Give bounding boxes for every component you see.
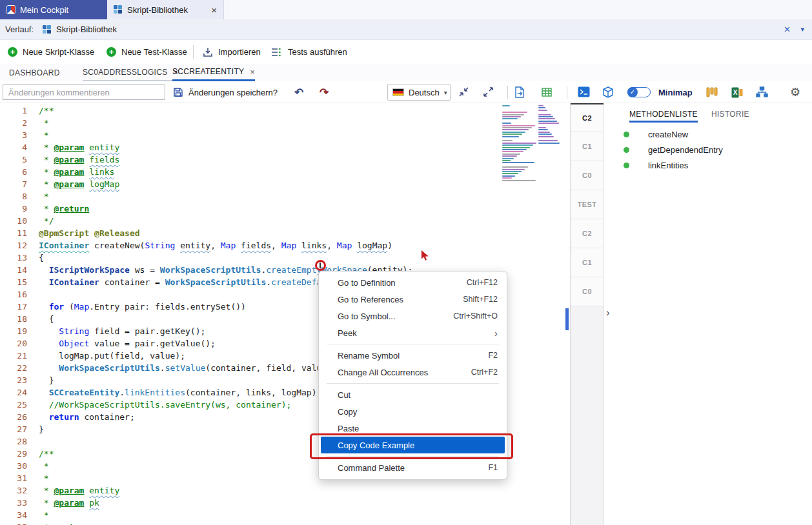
menu-item-rename-symbol[interactable]: Rename SymbolF2: [319, 347, 507, 364]
gear-icon[interactable]: ⚙: [790, 81, 800, 103]
menu-item-copy-code-example[interactable]: Copy Code Example: [321, 437, 505, 453]
compare-button-c0-6[interactable]: C0: [571, 277, 604, 306]
minimap-line: [538, 134, 552, 135]
scrollbar-thumb[interactable]: [565, 308, 569, 330]
menu-item-go-to-references[interactable]: Go to ReferencesShift+F12: [319, 291, 507, 308]
code-line-6[interactable]: * @param links: [39, 166, 412, 178]
menu-item-label: Go to Symbol...: [338, 312, 396, 321]
compare-button-c2-0[interactable]: C2: [571, 103, 604, 132]
tab-historie[interactable]: HISTORIE: [711, 110, 749, 123]
package-icon[interactable]: [602, 86, 614, 98]
minimap-label: Minimap: [658, 81, 693, 103]
code-line-10[interactable]: */: [39, 215, 412, 227]
tab-sccreateentity[interactable]: SCCREATEENTITY ×: [172, 64, 255, 81]
minimap-line: [502, 162, 534, 163]
save-changes-button[interactable]: Änderungen speichern?: [173, 81, 278, 103]
code-line-2[interactable]: *: [39, 117, 412, 129]
import-button[interactable]: Importieren: [203, 40, 261, 64]
chevron-down-icon[interactable]: ▾: [800, 25, 804, 34]
window-tab-label: Mein Cockpit: [20, 5, 68, 15]
redo-icon[interactable]: ↷: [320, 81, 329, 103]
minimap-toggle[interactable]: ✓: [627, 87, 651, 97]
menu-item-copy[interactable]: Copy: [319, 403, 507, 420]
code-line-5[interactable]: * @param fields: [39, 154, 412, 166]
collapse-editor-icon[interactable]: [459, 87, 469, 97]
code-line-12[interactable]: IContainer createNew(String entity, Map …: [39, 239, 412, 252]
minimap-line: [502, 151, 523, 152]
code-line-11[interactable]: @BpmScript @Released: [39, 227, 412, 239]
tab-sc0addresslogics[interactable]: SC0ADDRESSLOGICS ×: [83, 64, 178, 81]
method-label: linkEntities: [648, 161, 688, 170]
import-label: Importieren: [218, 47, 261, 57]
compare-button-c2-4[interactable]: C2: [571, 219, 604, 248]
run-tests-icon: [271, 47, 283, 57]
code-line-32[interactable]: * @param entity: [39, 484, 412, 497]
menu-item-shortcut: Ctrl+Shift+O: [453, 312, 498, 321]
minimap-line: [502, 132, 525, 133]
menu-item-go-to-definition[interactable]: Go to DefinitionCtrl+F12: [319, 274, 507, 291]
minimap-line: [538, 114, 551, 115]
tab-methodenliste[interactable]: METHODENLISTE: [629, 110, 698, 123]
code-line-8[interactable]: *: [39, 190, 412, 203]
close-icon[interactable]: ×: [784, 24, 791, 35]
undo-icon[interactable]: ↶: [294, 81, 303, 103]
window-tab-mein-cockpit[interactable]: Mein Cockpit: [0, 0, 107, 19]
menu-item-command-palette[interactable]: Command PaletteF1: [319, 459, 507, 476]
tab-label: DASHBOARD: [9, 68, 60, 77]
history-item[interactable]: Skript-Bibliothek: [56, 25, 117, 34]
window-tab-skript-bibliothek[interactable]: Skript-Bibliothek ×: [107, 0, 224, 19]
method-label: getDependendEntry: [648, 145, 723, 155]
line-number: 6: [0, 166, 27, 178]
method-item-linkentities[interactable]: linkEntities: [604, 157, 812, 173]
minimap-line: [502, 112, 527, 113]
menu-item-change-all-occurrences[interactable]: Change All OccurrencesCtrl+F2: [319, 364, 507, 381]
new-script-class-button[interactable]: + Neue Skript-Klasse: [8, 40, 94, 64]
menu-item-cut[interactable]: Cut: [319, 386, 507, 403]
close-icon[interactable]: ×: [211, 5, 217, 15]
compare-button-c0-2[interactable]: C0: [571, 161, 604, 190]
code-line-3[interactable]: *: [39, 129, 412, 141]
compare-button-test-3[interactable]: TEST: [571, 190, 604, 219]
code-line-1[interactable]: /**: [39, 104, 412, 117]
collapse-panel-chevron-icon[interactable]: ›: [606, 307, 610, 318]
line-number: 18: [0, 313, 27, 325]
tab-dashboard[interactable]: DASHBOARD: [9, 64, 60, 81]
comment-input[interactable]: [3, 84, 165, 100]
menu-separator: [327, 383, 499, 384]
method-item-getdependendentry[interactable]: getDependendEntry: [604, 142, 812, 157]
code-line-4[interactable]: * @param entity: [39, 141, 412, 154]
menu-item-label: Go to References: [338, 295, 403, 304]
menu-item-paste[interactable]: Paste: [319, 420, 507, 437]
plus-icon: +: [107, 47, 116, 57]
minimap-line: [538, 107, 545, 108]
expand-editor-icon[interactable]: [483, 87, 493, 97]
code-line-34[interactable]: *: [39, 509, 412, 521]
line-number: 14: [0, 264, 27, 276]
menu-separator: [327, 456, 499, 457]
minimap-line: [538, 118, 555, 119]
minimap-line: [538, 129, 548, 130]
excel-export-icon[interactable]: X: [731, 87, 743, 98]
export-document-icon[interactable]: [514, 86, 525, 98]
compare-button-c1-5[interactable]: C1: [571, 248, 604, 277]
minimap[interactable]: [502, 105, 563, 190]
code-line-7[interactable]: * @param logMap: [39, 178, 412, 190]
code-line-35[interactable]: * @return: [39, 521, 412, 525]
compare-button-c1-1[interactable]: C1: [571, 132, 604, 161]
application-window: Mein Cockpit Skript-Bibliothek × Verlauf…: [0, 0, 812, 525]
close-icon[interactable]: ×: [250, 67, 255, 77]
code-line-13[interactable]: {: [39, 252, 412, 264]
menu-item-go-to-symbol[interactable]: Go to Symbol...Ctrl+Shift+O: [319, 308, 507, 324]
table-view-icon[interactable]: [542, 88, 552, 97]
columns-view-icon[interactable]: [706, 87, 718, 97]
run-tests-button[interactable]: Tests ausführen: [271, 40, 347, 64]
code-line-9[interactable]: * @return: [39, 203, 412, 215]
menu-item-shortcut: F2: [488, 351, 498, 360]
hierarchy-icon[interactable]: [756, 86, 768, 97]
method-item-createnew[interactable]: createNew: [604, 126, 812, 142]
console-icon[interactable]: [578, 86, 590, 97]
language-select[interactable]: Deutsch ▾: [387, 84, 451, 101]
menu-item-peek[interactable]: Peek›: [319, 324, 507, 341]
code-line-33[interactable]: * @param pk: [39, 497, 412, 509]
new-test-class-button[interactable]: + Neue Test-Klasse: [107, 40, 187, 64]
